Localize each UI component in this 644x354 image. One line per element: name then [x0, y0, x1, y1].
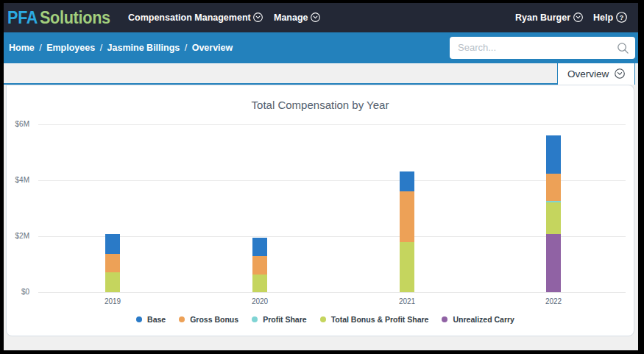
svg-text:?: ?: [619, 14, 623, 21]
